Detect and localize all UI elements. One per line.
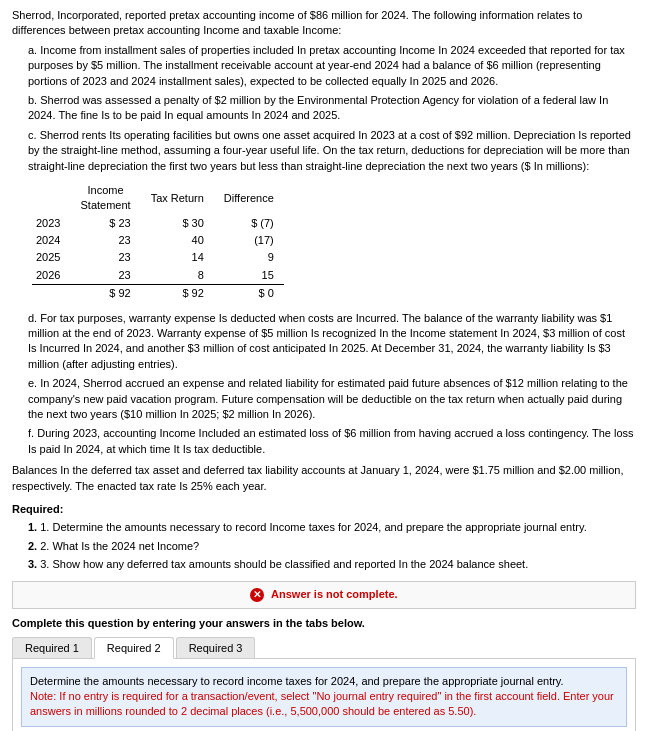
table-row: 2023$ 23$ 30$ (7) bbox=[32, 215, 284, 232]
table-row: 202623815 bbox=[32, 267, 284, 285]
item-c-text: Sherrod rents Its operating facilities b… bbox=[28, 129, 631, 172]
balances-text: Balances In the deferred tax asset and d… bbox=[12, 463, 636, 494]
item-f-label: f. bbox=[28, 427, 34, 439]
tab-required3[interactable]: Required 3 bbox=[176, 637, 256, 658]
item-c-label: c. bbox=[28, 129, 37, 141]
item-a-text: Income from installment sales of propert… bbox=[28, 44, 625, 87]
problem-intro: Sherrod, Incorporated, reported pretax a… bbox=[12, 8, 636, 573]
item-b-text: Sherrod was assessed a penalty of $2 mil… bbox=[28, 94, 608, 121]
table-row: 202523149 bbox=[32, 249, 284, 266]
tabs-row: Required 1 Required 2 Required 3 bbox=[12, 637, 636, 659]
item-a-label: a. bbox=[28, 44, 37, 56]
tab-required1[interactable]: Required 1 bbox=[12, 637, 92, 658]
alert-icon: ✕ bbox=[250, 588, 264, 602]
instruction-note: Note: If no entry is required for a tran… bbox=[30, 689, 618, 720]
item-e-text: In 2024, Sherrod accrued an expense and … bbox=[28, 377, 628, 420]
instruction-main: Determine the amounts necessary to recor… bbox=[30, 674, 618, 689]
item-f-text: During 2023, accounting Income Included … bbox=[28, 427, 634, 454]
required-section: Required: 1. 1. Determine the amounts ne… bbox=[12, 502, 636, 573]
item-e-label: e. bbox=[28, 377, 37, 389]
complete-instruction: Complete this question by entering your … bbox=[12, 617, 636, 629]
item-d-label: d. bbox=[28, 312, 37, 324]
instruction-box: Determine the amounts necessary to recor… bbox=[21, 667, 627, 727]
tab-required2[interactable]: Required 2 bbox=[94, 637, 174, 659]
item-d-text: For tax purposes, warranty expense Is de… bbox=[28, 312, 625, 370]
tab-content: Determine the amounts necessary to recor… bbox=[12, 659, 636, 732]
alert-box: ✕ Answer is not complete. bbox=[12, 581, 636, 609]
table-row: 20242340(17) bbox=[32, 232, 284, 249]
depreciation-table: IncomeStatement Tax Return Difference 20… bbox=[32, 182, 284, 303]
alert-message: Answer is not complete. bbox=[271, 588, 398, 600]
item-b-label: b. bbox=[28, 94, 37, 106]
table-total-row: $ 92$ 92$ 0 bbox=[32, 285, 284, 303]
